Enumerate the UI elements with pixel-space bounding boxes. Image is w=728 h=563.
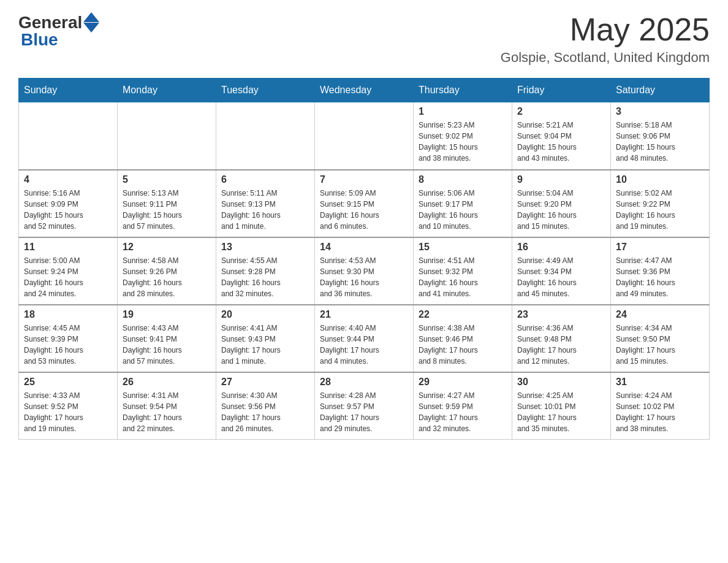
day-number: 21	[320, 309, 408, 320]
day-number: 25	[24, 377, 112, 388]
col-header-wednesday: Wednesday	[315, 79, 414, 102]
day-number: 8	[419, 174, 507, 185]
day-info: Sunrise: 4:27 AM Sunset: 9:59 PM Dayligh…	[419, 390, 507, 434]
table-row: 23Sunrise: 4:36 AM Sunset: 9:48 PM Dayli…	[512, 305, 611, 372]
table-row: 25Sunrise: 4:33 AM Sunset: 9:52 PM Dayli…	[19, 372, 118, 440]
col-header-sunday: Sunday	[19, 79, 118, 102]
table-row: 30Sunrise: 4:25 AM Sunset: 10:01 PM Dayl…	[512, 372, 611, 440]
day-number: 6	[221, 174, 309, 185]
table-row: 2Sunrise: 5:21 AM Sunset: 9:04 PM Daylig…	[512, 102, 611, 170]
day-number: 13	[221, 242, 309, 253]
day-number: 3	[616, 106, 704, 117]
day-number: 10	[616, 174, 704, 185]
day-info: Sunrise: 4:51 AM Sunset: 9:32 PM Dayligh…	[419, 255, 507, 299]
month-title: May 2025	[501, 12, 710, 47]
day-number: 29	[419, 377, 507, 388]
day-number: 9	[517, 174, 605, 185]
day-number: 22	[419, 309, 507, 320]
day-info: Sunrise: 4:55 AM Sunset: 9:28 PM Dayligh…	[221, 255, 309, 299]
table-row: 24Sunrise: 4:34 AM Sunset: 9:50 PM Dayli…	[611, 305, 710, 372]
day-info: Sunrise: 4:41 AM Sunset: 9:43 PM Dayligh…	[221, 323, 309, 367]
table-row: 11Sunrise: 5:00 AM Sunset: 9:24 PM Dayli…	[19, 237, 118, 305]
table-row: 20Sunrise: 4:41 AM Sunset: 9:43 PM Dayli…	[216, 305, 315, 372]
calendar-week-row: 1Sunrise: 5:23 AM Sunset: 9:02 PM Daylig…	[19, 102, 710, 170]
col-header-monday: Monday	[118, 79, 216, 102]
day-info: Sunrise: 5:23 AM Sunset: 9:02 PM Dayligh…	[419, 120, 507, 164]
day-number: 24	[616, 309, 704, 320]
day-info: Sunrise: 5:06 AM Sunset: 9:17 PM Dayligh…	[419, 188, 507, 232]
day-info: Sunrise: 5:16 AM Sunset: 9:09 PM Dayligh…	[24, 188, 112, 232]
day-info: Sunrise: 4:34 AM Sunset: 9:50 PM Dayligh…	[616, 323, 704, 367]
col-header-thursday: Thursday	[414, 79, 512, 102]
table-row: 26Sunrise: 4:31 AM Sunset: 9:54 PM Dayli…	[118, 372, 216, 440]
table-row: 7Sunrise: 5:09 AM Sunset: 9:15 PM Daylig…	[315, 170, 414, 237]
day-info: Sunrise: 4:33 AM Sunset: 9:52 PM Dayligh…	[24, 390, 112, 434]
table-row: 4Sunrise: 5:16 AM Sunset: 9:09 PM Daylig…	[19, 170, 118, 237]
day-number: 31	[616, 377, 704, 388]
day-info: Sunrise: 5:11 AM Sunset: 9:13 PM Dayligh…	[221, 188, 309, 232]
day-number: 2	[517, 106, 605, 117]
day-info: Sunrise: 5:04 AM Sunset: 9:20 PM Dayligh…	[517, 188, 605, 232]
calendar-header-row: Sunday Monday Tuesday Wednesday Thursday…	[19, 79, 710, 102]
day-number: 18	[24, 309, 112, 320]
day-number: 7	[320, 174, 408, 185]
table-row: 1Sunrise: 5:23 AM Sunset: 9:02 PM Daylig…	[414, 102, 512, 170]
logo: General Blue	[18, 12, 99, 50]
table-row: 15Sunrise: 4:51 AM Sunset: 9:32 PM Dayli…	[414, 237, 512, 305]
day-number: 19	[123, 309, 211, 320]
col-header-tuesday: Tuesday	[216, 79, 315, 102]
calendar-week-row: 18Sunrise: 4:45 AM Sunset: 9:39 PM Dayli…	[19, 305, 710, 372]
col-header-saturday: Saturday	[611, 79, 710, 102]
day-info: Sunrise: 5:18 AM Sunset: 9:06 PM Dayligh…	[616, 120, 704, 164]
calendar-table: Sunday Monday Tuesday Wednesday Thursday…	[18, 78, 710, 440]
table-row: 5Sunrise: 5:13 AM Sunset: 9:11 PM Daylig…	[118, 170, 216, 237]
table-row: 31Sunrise: 4:24 AM Sunset: 10:02 PM Dayl…	[611, 372, 710, 440]
table-row: 22Sunrise: 4:38 AM Sunset: 9:46 PM Dayli…	[414, 305, 512, 372]
day-number: 15	[419, 242, 507, 253]
table-row: 14Sunrise: 4:53 AM Sunset: 9:30 PM Dayli…	[315, 237, 414, 305]
title-section: May 2025 Golspie, Scotland, United Kingd…	[501, 12, 710, 66]
day-number: 27	[221, 377, 309, 388]
table-row: 12Sunrise: 4:58 AM Sunset: 9:26 PM Dayli…	[118, 237, 216, 305]
day-info: Sunrise: 5:21 AM Sunset: 9:04 PM Dayligh…	[517, 120, 605, 164]
day-info: Sunrise: 4:28 AM Sunset: 9:57 PM Dayligh…	[320, 390, 408, 434]
day-info: Sunrise: 5:09 AM Sunset: 9:15 PM Dayligh…	[320, 188, 408, 232]
day-info: Sunrise: 4:31 AM Sunset: 9:54 PM Dayligh…	[123, 390, 211, 434]
logo-blue: Blue	[21, 30, 99, 50]
day-info: Sunrise: 5:00 AM Sunset: 9:24 PM Dayligh…	[24, 255, 112, 299]
day-info: Sunrise: 4:30 AM Sunset: 9:56 PM Dayligh…	[221, 390, 309, 434]
calendar-week-row: 11Sunrise: 5:00 AM Sunset: 9:24 PM Dayli…	[19, 237, 710, 305]
table-row: 29Sunrise: 4:27 AM Sunset: 9:59 PM Dayli…	[414, 372, 512, 440]
table-row: 19Sunrise: 4:43 AM Sunset: 9:41 PM Dayli…	[118, 305, 216, 372]
day-number: 16	[517, 242, 605, 253]
day-number: 11	[24, 242, 112, 253]
logo-general: General	[18, 13, 82, 33]
table-row: 16Sunrise: 4:49 AM Sunset: 9:34 PM Dayli…	[512, 237, 611, 305]
day-info: Sunrise: 5:13 AM Sunset: 9:11 PM Dayligh…	[123, 188, 211, 232]
day-number: 28	[320, 377, 408, 388]
page-header: General Blue May 2025 Golspie, Scotland,…	[18, 12, 710, 66]
day-number: 1	[419, 106, 507, 117]
col-header-friday: Friday	[512, 79, 611, 102]
day-info: Sunrise: 4:49 AM Sunset: 9:34 PM Dayligh…	[517, 255, 605, 299]
day-number: 4	[24, 174, 112, 185]
day-number: 20	[221, 309, 309, 320]
day-info: Sunrise: 4:25 AM Sunset: 10:01 PM Daylig…	[517, 390, 605, 434]
table-row: 28Sunrise: 4:28 AM Sunset: 9:57 PM Dayli…	[315, 372, 414, 440]
day-number: 14	[320, 242, 408, 253]
table-row	[216, 102, 315, 170]
location: Golspie, Scotland, United Kingdom	[501, 50, 710, 66]
day-info: Sunrise: 4:43 AM Sunset: 9:41 PM Dayligh…	[123, 323, 211, 367]
day-info: Sunrise: 4:53 AM Sunset: 9:30 PM Dayligh…	[320, 255, 408, 299]
day-info: Sunrise: 4:47 AM Sunset: 9:36 PM Dayligh…	[616, 255, 704, 299]
day-info: Sunrise: 5:02 AM Sunset: 9:22 PM Dayligh…	[616, 188, 704, 232]
table-row: 21Sunrise: 4:40 AM Sunset: 9:44 PM Dayli…	[315, 305, 414, 372]
day-info: Sunrise: 4:58 AM Sunset: 9:26 PM Dayligh…	[123, 255, 211, 299]
table-row: 3Sunrise: 5:18 AM Sunset: 9:06 PM Daylig…	[611, 102, 710, 170]
calendar-week-row: 4Sunrise: 5:16 AM Sunset: 9:09 PM Daylig…	[19, 170, 710, 237]
day-info: Sunrise: 4:38 AM Sunset: 9:46 PM Dayligh…	[419, 323, 507, 367]
day-info: Sunrise: 4:24 AM Sunset: 10:02 PM Daylig…	[616, 390, 704, 434]
table-row: 18Sunrise: 4:45 AM Sunset: 9:39 PM Dayli…	[19, 305, 118, 372]
day-number: 23	[517, 309, 605, 320]
day-info: Sunrise: 4:36 AM Sunset: 9:48 PM Dayligh…	[517, 323, 605, 367]
